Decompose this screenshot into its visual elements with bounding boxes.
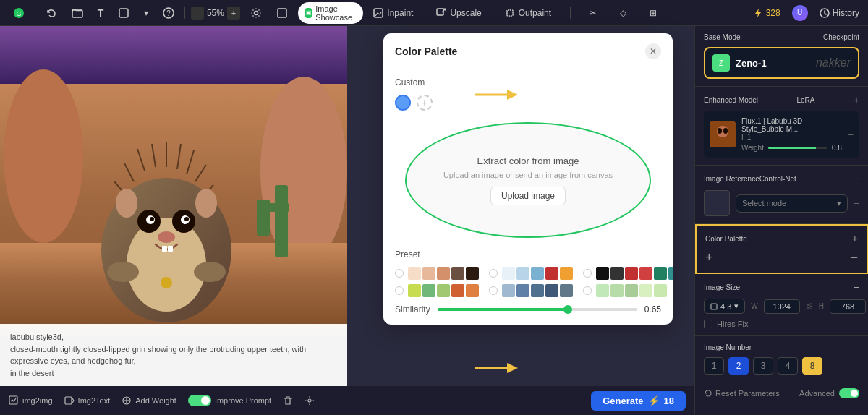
avatar-btn[interactable]: U (788, 3, 812, 23)
delete-btn[interactable] (283, 395, 293, 406)
swatch[interactable] (451, 267, 464, 280)
swatch[interactable] (466, 267, 479, 280)
shape-btn[interactable] (114, 5, 134, 21)
image-ref-minus-btn[interactable]: − (854, 173, 859, 184)
add-weight-btn[interactable]: Add Weight (122, 395, 176, 406)
custom-color-blue[interactable] (395, 95, 411, 111)
aspect-ratio-btn[interactable]: 4:3 ▾ (704, 299, 745, 314)
reset-btn[interactable]: Reset Parameters (704, 389, 780, 398)
scissors-btn[interactable]: ✂ (585, 6, 601, 20)
swatch[interactable] (654, 267, 667, 280)
swatch[interactable] (516, 284, 529, 297)
custom-label: Custom (395, 77, 661, 87)
upload-image-btn[interactable]: Upload image (490, 187, 566, 205)
base-model-card[interactable]: Z Zeno-1 nakker (704, 47, 859, 79)
model-watermark: nakker (816, 56, 851, 69)
add-lora-btn[interactable]: + (854, 94, 859, 106)
generate-btn[interactable]: Generate ⚡ 18 (591, 391, 686, 411)
swatch[interactable] (654, 284, 667, 297)
img2text-btn[interactable]: Img2Text (64, 395, 111, 406)
swatch[interactable] (639, 284, 652, 297)
swatch[interactable] (502, 284, 515, 297)
swatch[interactable] (560, 267, 573, 280)
outpaint-btn[interactable]: Outpaint (501, 6, 556, 20)
swatch[interactable] (596, 267, 609, 280)
settings2-btn[interactable] (305, 395, 315, 406)
preset-radio-2[interactable] (489, 269, 498, 278)
width-input[interactable] (764, 299, 800, 314)
preset-radio-4[interactable] (395, 286, 404, 295)
swatch[interactable] (408, 267, 421, 280)
inpaint-btn[interactable]: Inpaint (369, 6, 417, 20)
preset-radio-6[interactable] (583, 286, 592, 295)
similarity-value: 0.65 (644, 304, 661, 315)
swatch[interactable] (516, 267, 529, 280)
swatch[interactable] (422, 284, 435, 297)
modal-close-btn[interactable]: ✕ (645, 43, 661, 59)
swatch[interactable] (545, 267, 558, 280)
swatch[interactable] (408, 284, 421, 297)
swatch[interactable] (437, 267, 450, 280)
image-size-minus-btn[interactable]: − (854, 281, 859, 293)
swatch[interactable] (625, 267, 638, 280)
swatch[interactable] (545, 284, 558, 297)
weight-val: 0.8 (832, 144, 842, 152)
num-4-btn[interactable]: 4 (778, 357, 798, 375)
upscale-btn[interactable]: Upscale (432, 6, 485, 20)
cp-minus-btn[interactable]: − (850, 250, 858, 265)
advanced-toggle[interactable] (839, 388, 859, 398)
hires-checkbox[interactable] (704, 320, 712, 328)
multi-window-btn[interactable]: ⊞ (645, 6, 661, 20)
help-btn[interactable]: ? (158, 5, 179, 21)
ref-minus-btn[interactable]: − (854, 197, 859, 209)
swatch[interactable] (437, 284, 450, 297)
color-palette-plus-btn[interactable]: + (852, 233, 858, 244)
more-btn[interactable]: ▾ (140, 6, 153, 20)
cp-add-row: + − (705, 250, 858, 265)
history-btn[interactable]: History (820, 8, 859, 18)
similarity-slider[interactable] (438, 308, 637, 311)
swatch[interactable] (422, 267, 435, 280)
img2text-icon (64, 395, 75, 406)
improve-toggle[interactable] (188, 395, 211, 406)
num-3-btn[interactable]: 3 (753, 357, 773, 375)
zoom-minus-btn[interactable]: - (191, 7, 204, 20)
img2img-btn[interactable]: img2img (9, 395, 53, 406)
svg-rect-57 (711, 304, 717, 309)
text-btn[interactable]: T (93, 5, 109, 21)
swatch[interactable] (502, 267, 515, 280)
layers-btn[interactable] (272, 5, 292, 21)
settings-btn[interactable] (246, 5, 266, 21)
swatch[interactable] (596, 284, 609, 297)
num-1-btn[interactable]: 1 (704, 357, 724, 375)
svg-line-22 (137, 149, 145, 171)
weight-slider[interactable] (768, 147, 827, 149)
select-mode-btn[interactable]: Select mode ▾ (736, 194, 848, 213)
swatch[interactable] (668, 267, 673, 280)
add-color-btn[interactable]: + (417, 95, 433, 111)
improve-prompt-btn[interactable]: Improve Prompt (188, 395, 271, 406)
logo-btn[interactable]: G (9, 5, 29, 21)
swatch[interactable] (531, 267, 544, 280)
swatch[interactable] (639, 267, 652, 280)
preset-radio-1[interactable] (395, 269, 404, 278)
swatch[interactable] (531, 284, 544, 297)
diamond-btn[interactable]: ◇ (616, 6, 631, 20)
preset-radio-5[interactable] (489, 286, 498, 295)
height-input[interactable] (830, 299, 866, 314)
num-2-btn[interactable]: 2 (728, 357, 749, 375)
swatch[interactable] (610, 267, 624, 280)
cp-add-btn[interactable]: + (705, 250, 713, 265)
folder-btn[interactable] (67, 5, 88, 21)
lora-minus-btn[interactable]: − (848, 129, 854, 140)
swatch[interactable] (451, 284, 464, 297)
swatch[interactable] (625, 284, 638, 297)
swatch[interactable] (466, 284, 479, 297)
preset-radio-3[interactable] (583, 269, 592, 278)
num-8-btn[interactable]: 8 (802, 357, 822, 375)
zoom-plus-btn[interactable]: + (227, 7, 240, 20)
image-showcase-btn[interactable]: ▣ Image Showcase (298, 2, 363, 24)
undo-btn[interactable] (41, 5, 61, 21)
swatch[interactable] (560, 284, 573, 297)
swatch[interactable] (610, 284, 624, 297)
